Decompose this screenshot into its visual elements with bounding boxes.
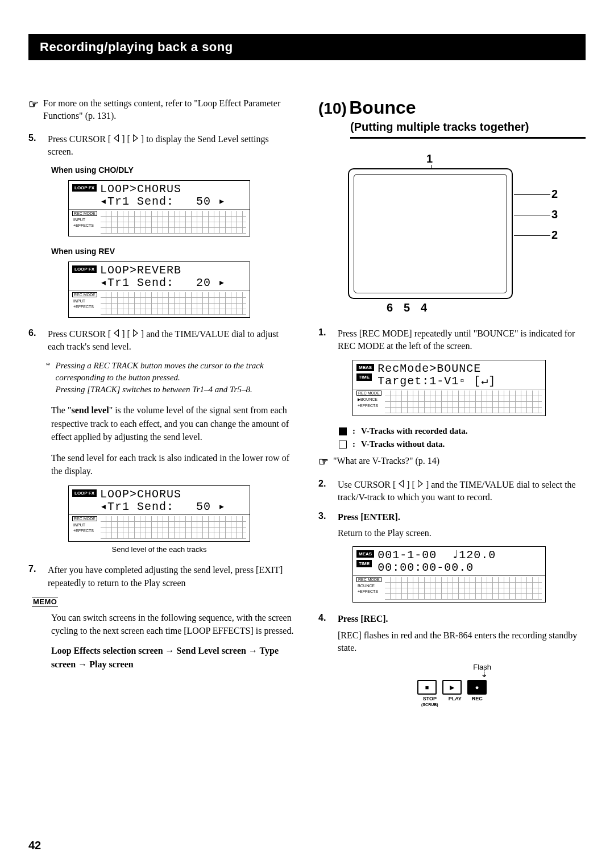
step-body: Press [ENTER]. Return to the Play screen…	[338, 511, 586, 540]
lcd-side-bounce: ▶BOUNCE	[356, 397, 381, 402]
left-column: ☞ For more on the settings content, refe…	[28, 97, 296, 707]
lcd-side-effects: +EFFECTS	[72, 223, 97, 227]
right-column: (10) Bounce (Putting multiple tracks tog…	[318, 97, 586, 707]
callout-6: 6	[387, 301, 393, 314]
step-subtext: [REC] flashes in red and the BR-864 ente…	[338, 629, 586, 655]
step-text: Press CURSOR [ ] [ ] to display the Send…	[48, 133, 296, 159]
device-diagram: 1 2 3 2 6 5 4	[335, 152, 569, 312]
step-text: After you have completed adjusting the s…	[48, 564, 296, 589]
note-line: Pressing [TRACK] switches to between Tr1…	[56, 384, 296, 396]
cursor-left-icon	[399, 480, 404, 488]
stop-button-label: STOP(SCRUB)	[421, 696, 438, 707]
flash-figure: Flash ⇣ ■ ▶ ● STOP(SCRUB) PLAY REC	[404, 663, 500, 708]
lcd-side-input: INPUT	[72, 218, 97, 222]
lcd-play-screen: MEAS TIME 001-1-00 ♩120.0 00:00:00-00.0 …	[352, 546, 546, 603]
memo-text: You can switch screens in the following …	[51, 611, 296, 637]
lcd-meters	[101, 292, 246, 315]
reference-block: ☞ For more on the settings content, refe…	[28, 97, 296, 123]
lcd-text: LOOP>CHORUS ◂Tr1 Send: 50 ▸	[100, 488, 226, 513]
section-number: (10)	[318, 99, 347, 117]
step-number: 2.	[318, 479, 331, 504]
lcd-side-effects: +EFFECTS	[72, 305, 97, 309]
step-number: 7.	[28, 564, 41, 589]
lcd-reverb: LOOP FX LOOP>REVERB ◂Tr1 Send: 20 ▸ REC …	[68, 261, 250, 318]
section-name: Bounce	[349, 97, 416, 118]
lcd-chorus: LOOP FX LOOP>CHORUS ◂Tr1 Send: 50 ▸ REC …	[68, 180, 250, 236]
open-square-icon	[339, 441, 347, 448]
section-title: (10) Bounce	[318, 97, 586, 118]
lcd-text: RecMode>BOUNCE Target:1-V1▫ [↵]	[377, 363, 496, 388]
lcd-tag-meas: MEAS	[356, 550, 374, 558]
filled-square-icon	[339, 427, 347, 435]
legend-filled: : V-Tracks with recorded data.	[339, 426, 586, 436]
pointing-hand-icon: ☞	[318, 455, 329, 468]
step-text: Press [REC].	[338, 613, 586, 625]
cursor-left-icon	[114, 329, 119, 337]
step-number: 4.	[318, 613, 331, 654]
lcd-side-recmode: REC MODE	[72, 516, 97, 521]
lcd-tag-time: TIME	[356, 373, 372, 381]
device-body	[348, 168, 513, 299]
step-7: 7. After you have completed adjusting th…	[28, 564, 296, 589]
lcd-chorus-levels: LOOP FX LOOP>CHORUS ◂Tr1 Send: 50 ▸ REC …	[68, 485, 250, 554]
step-5: 5. Press CURSOR [ ] [ ] to display the S…	[28, 133, 296, 159]
paragraph-send-level: The "send level" is the volume level of …	[51, 404, 296, 443]
lcd-side-recmode: REC MODE	[356, 391, 381, 396]
lcd-meters	[101, 516, 246, 539]
reference-text: "What are V-Tracks?" (p. 14)	[333, 455, 439, 468]
lcd-meters	[101, 211, 246, 234]
memo-block: MEMO You can switch screens in the follo…	[28, 596, 296, 671]
callout-1: 1	[426, 152, 433, 165]
callout-2a: 2	[551, 188, 558, 201]
cursor-left-icon	[114, 134, 119, 142]
rec-button-icon: ●	[467, 680, 487, 695]
lcd-side-recmode: REC MODE	[72, 292, 97, 297]
memo-label: MEMO	[32, 597, 58, 607]
lcd-side-effects: +EFFECTS	[356, 589, 381, 593]
asterisk: *	[45, 360, 50, 396]
step-subtext: Return to the Play screen.	[338, 527, 586, 539]
lcd-caption: Send level of the each tracks	[68, 545, 250, 554]
step-6-note: * Pressing a REC TRACK button moves the …	[45, 360, 296, 396]
paragraph-lower-row: The send level for each track is also in…	[51, 451, 296, 477]
sublabel-cho-dly: When using CHO/DLY	[51, 165, 296, 175]
lcd-meters	[385, 391, 542, 413]
step-text: Press [REC MODE] repeatedly until "BOUNC…	[338, 327, 586, 353]
step-1: 1. Press [REC MODE] repeatedly until "BO…	[318, 327, 586, 353]
lcd-meters	[385, 577, 542, 600]
lcd-side-bounce: BOUNCE	[356, 584, 381, 588]
legend-open: : V-Tracks without data.	[339, 439, 586, 449]
step-number: 3.	[318, 511, 331, 540]
step-text: Press [ENTER].	[338, 511, 586, 524]
step-6: 6. Press CURSOR [ ] [ ] and the TIME/VAL…	[28, 328, 296, 354]
lcd-side-input: INPUT	[72, 523, 97, 527]
cursor-right-icon	[418, 480, 423, 488]
rec-button-label: REC	[472, 696, 483, 707]
section-header: Recording/playing back a song	[28, 34, 586, 60]
sublabel-rev: When using REV	[51, 247, 296, 256]
step-text: Use CURSOR [ ] [ ] and the TIME/VALUE di…	[338, 479, 586, 504]
cursor-right-icon	[133, 134, 138, 142]
lcd-recmode-bounce: MEAS TIME RecMode>BOUNCE Target:1-V1▫ [↵…	[352, 360, 546, 416]
step-text: Press CURSOR [ ] [ ] and the TIME/VALUE …	[48, 328, 296, 354]
step-3: 3. Press [ENTER]. Return to the Play scr…	[318, 511, 586, 540]
callout-4: 4	[421, 301, 427, 314]
lcd-side-recmode: REC MODE	[356, 577, 381, 582]
lcd-text: LOOP>CHORUS ◂Tr1 Send: 50 ▸	[100, 183, 226, 208]
section-subtitle: (Putting multiple tracks together)	[350, 121, 586, 139]
note-line: Pressing a REC TRACK button moves the cu…	[56, 360, 296, 384]
lcd-side-effects: +EFFECTS	[356, 404, 381, 408]
step-4: 4. Press [REC]. [REC] flashes in red and…	[318, 613, 586, 654]
lcd-text: LOOP>REVERB ◂Tr1 Send: 20 ▸	[100, 264, 226, 289]
memo-sequence: Loop Effects selection screen → Send Lev…	[51, 644, 296, 670]
callout-5: 5	[404, 301, 410, 314]
step-2: 2. Use CURSOR [ ] [ ] and the TIME/VALUE…	[318, 479, 586, 504]
page-number: 42	[28, 839, 41, 852]
step-number: 1.	[318, 327, 331, 353]
play-button-label: PLAY	[449, 696, 462, 707]
legend-text: V-Tracks with recorded data.	[361, 426, 467, 436]
step-number: 6.	[28, 328, 41, 354]
callout-3: 3	[551, 208, 558, 221]
reference-block-vtracks: ☞ "What are V-Tracks?" (p. 14)	[318, 455, 586, 468]
lcd-tag-loopfx: LOOP FX	[72, 265, 97, 273]
